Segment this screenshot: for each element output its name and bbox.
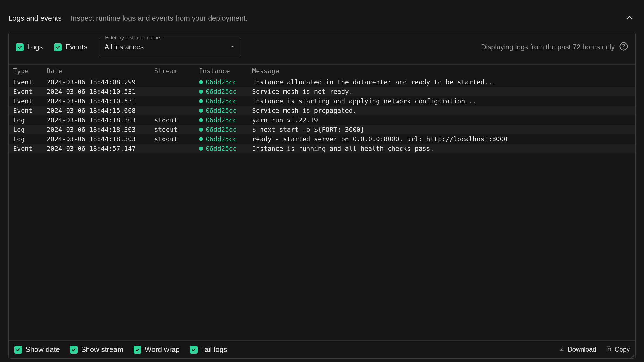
cell-instance[interactable]: 06dd25cc (199, 126, 252, 133)
logs-checkbox-label: Logs (27, 43, 43, 51)
status-dot-icon (199, 90, 203, 94)
col-date: Date (47, 67, 154, 75)
cell-type: Event (13, 107, 47, 114)
checkbox-checked-icon (190, 346, 198, 354)
cell-instance[interactable]: 06dd25cc (199, 145, 252, 152)
download-label: Download (568, 346, 596, 353)
instance-filter-value: All instances (105, 43, 144, 51)
resize-handle[interactable] (629, 353, 634, 358)
collapse-toggle[interactable] (623, 11, 636, 25)
cell-type: Log (13, 135, 47, 143)
status-dot-icon (199, 118, 203, 122)
cell-instance[interactable]: 06dd25cc (199, 88, 252, 95)
cell-message: $ next start -p ${PORT:-3000} (252, 126, 631, 133)
cell-stream: stdout (154, 116, 199, 124)
cell-message: Service mesh is not ready. (252, 88, 631, 95)
table-row[interactable]: Event2024-03-06 18:44:08.29906dd25ccInst… (9, 77, 635, 87)
checkbox-checked-icon (70, 346, 78, 354)
cell-instance[interactable]: 06dd25cc (199, 78, 252, 86)
logs-panel: Logs Events Filter by instance name: All… (8, 32, 636, 359)
events-checkbox-label: Events (65, 43, 87, 51)
word-wrap-checkbox[interactable]: Word wrap (134, 345, 180, 354)
instance-filter-select[interactable]: Filter by instance name: All instances (99, 38, 241, 56)
page-title: Logs and events (8, 14, 62, 23)
col-instance: Instance (199, 67, 252, 75)
checkbox-checked-icon (16, 43, 24, 51)
show-date-checkbox[interactable]: Show date (14, 345, 60, 354)
cell-type: Log (13, 116, 47, 124)
instance-id: 06dd25cc (206, 88, 237, 95)
logs-checkbox[interactable]: Logs (16, 43, 43, 51)
cell-instance[interactable]: 06dd25cc (199, 135, 252, 143)
word-wrap-label: Word wrap (145, 345, 180, 354)
toolbar-right: Displaying logs from the past 72 hours o… (481, 42, 628, 53)
col-stream: Stream (154, 67, 199, 75)
instance-id: 06dd25cc (206, 126, 237, 133)
table-row[interactable]: Event2024-03-06 18:44:10.53106dd25ccInst… (9, 96, 635, 106)
col-message: Message (252, 67, 631, 75)
status-dot-icon (199, 99, 203, 103)
cell-date: 2024-03-06 18:44:10.531 (47, 97, 154, 105)
chevron-up-icon (626, 15, 633, 23)
page-subtitle: Inspect runtime logs and events from you… (71, 14, 248, 23)
cell-type: Event (13, 97, 47, 105)
table-row[interactable]: Log2024-03-06 18:44:18.303stdout06dd25cc… (9, 134, 635, 144)
table-row[interactable]: Log2024-03-06 18:44:18.303stdout06dd25cc… (9, 115, 635, 125)
copy-icon (606, 346, 612, 354)
svg-point-1 (623, 48, 624, 48)
show-stream-checkbox[interactable]: Show stream (70, 345, 124, 354)
cell-instance[interactable]: 06dd25cc (199, 107, 252, 114)
instance-id: 06dd25cc (206, 78, 237, 86)
show-date-label: Show date (25, 345, 60, 354)
tail-logs-checkbox[interactable]: Tail logs (190, 345, 227, 354)
instance-id: 06dd25cc (206, 145, 237, 152)
copy-button[interactable]: Copy (606, 346, 630, 354)
events-checkbox[interactable]: Events (54, 43, 87, 51)
instance-id: 06dd25cc (206, 116, 237, 124)
cell-date: 2024-03-06 18:44:18.303 (47, 135, 154, 143)
cell-instance[interactable]: 06dd25cc (199, 116, 252, 124)
cell-type: Event (13, 145, 47, 152)
cell-date: 2024-03-06 18:44:18.303 (47, 126, 154, 133)
footer-left: Show date Show stream Word wrap Tail log… (14, 345, 227, 354)
cell-date: 2024-03-06 18:44:18.303 (47, 116, 154, 124)
svg-rect-2 (608, 348, 611, 351)
status-dot-icon (199, 109, 203, 113)
footer: Show date Show stream Word wrap Tail log… (9, 340, 635, 358)
show-stream-label: Show stream (81, 345, 124, 354)
table-row[interactable]: Event2024-03-06 18:44:57.14706dd25ccInst… (9, 144, 635, 153)
instance-filter-label: Filter by instance name: (103, 35, 164, 41)
status-dot-icon (199, 147, 203, 151)
instance-id: 06dd25cc (206, 135, 237, 143)
cell-type: Log (13, 126, 47, 133)
status-dot-icon (199, 128, 203, 132)
status-dot-icon (199, 80, 203, 84)
log-rows[interactable]: Event2024-03-06 18:44:08.29906dd25ccInst… (9, 77, 635, 340)
header-left: Logs and events Inspect runtime logs and… (8, 14, 248, 23)
cell-date: 2024-03-06 18:44:57.147 (47, 145, 154, 152)
cell-stream: stdout (154, 126, 199, 133)
table-row[interactable]: Event2024-03-06 18:44:10.53106dd25ccServ… (9, 87, 635, 96)
col-type: Type (13, 67, 47, 75)
cell-message: Instance allocated in the datacenter and… (252, 78, 631, 86)
cell-message: Instance is running and all health check… (252, 145, 631, 152)
cell-message: yarn run v1.22.19 (252, 116, 631, 124)
cell-instance[interactable]: 06dd25cc (199, 97, 252, 105)
toolbar-left: Logs Events Filter by instance name: All… (16, 38, 241, 56)
table-row[interactable]: Log2024-03-06 18:44:18.303stdout06dd25cc… (9, 125, 635, 134)
tail-logs-label: Tail logs (201, 345, 227, 354)
dropdown-caret-icon (230, 43, 235, 51)
retention-info: Displaying logs from the past 72 hours o… (481, 43, 615, 51)
panel-header: Logs and events Inspect runtime logs and… (8, 11, 636, 25)
checkbox-checked-icon (14, 346, 22, 354)
instance-id: 06dd25cc (206, 97, 237, 105)
copy-label: Copy (615, 346, 630, 353)
download-button[interactable]: Download (559, 346, 596, 354)
cell-type: Event (13, 88, 47, 95)
cell-date: 2024-03-06 18:44:15.608 (47, 107, 154, 114)
help-icon[interactable] (619, 42, 628, 53)
cell-stream: stdout (154, 135, 199, 143)
table-row[interactable]: Event2024-03-06 18:44:15.60806dd25ccServ… (9, 106, 635, 115)
download-icon (559, 346, 565, 354)
cell-message: Service mesh is propagated. (252, 107, 631, 114)
